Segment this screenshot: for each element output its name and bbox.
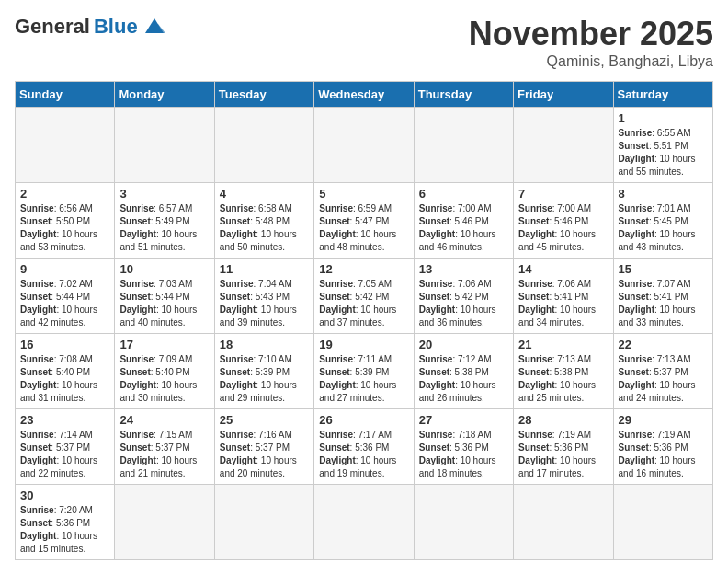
calendar-cell: 21Sunrise: 7:13 AMSunset: 5:38 PMDayligh… [514,334,613,409]
day-info-line: Sunset: 5:40 PM [119,366,209,379]
day-number: 15 [619,262,708,276]
calendar-cell [115,485,214,560]
day-info-line: and 31 minutes. [20,392,109,405]
day-number: 21 [518,338,608,351]
calendar-cell [214,108,313,183]
day-number: 30 [20,488,109,502]
day-info-line: Daylight: 10 hours [20,454,109,467]
day-info: Sunrise: 6:59 AMSunset: 5:47 PMDaylight:… [319,202,408,254]
day-info: Sunrise: 7:12 AMSunset: 5:38 PMDaylight:… [419,353,508,405]
day-info-line: and 37 minutes. [319,316,408,329]
day-number: 5 [319,187,408,201]
day-info-line: Daylight: 10 hours [518,304,608,316]
day-info-line: Sunrise: 7:01 AM [619,202,708,215]
day-number: 14 [518,262,608,276]
day-info: Sunrise: 7:09 AMSunset: 5:40 PMDaylight:… [119,353,209,405]
calendar-cell: 14Sunrise: 7:06 AMSunset: 5:41 PMDayligh… [514,259,613,334]
day-info-line: and 21 minutes. [119,467,209,480]
day-number: 29 [619,413,708,427]
day-number: 16 [20,338,109,351]
day-info-line: Sunset: 5:42 PM [419,291,508,304]
day-info-line: Daylight: 10 hours [119,454,209,467]
calendar-cell: 11Sunrise: 7:04 AMSunset: 5:43 PMDayligh… [214,259,313,334]
day-info-line: Daylight: 10 hours [419,454,508,467]
day-info-line: Sunset: 5:39 PM [220,366,309,379]
day-number: 25 [220,413,309,427]
day-info-line: Sunrise: 7:15 AM [119,429,209,442]
day-info-line: Sunset: 5:37 PM [119,442,209,454]
day-info-line: and 40 minutes. [119,316,209,329]
day-of-week-header: Tuesday [214,82,313,108]
day-info-line: Sunrise: 7:14 AM [20,429,109,442]
calendar-cell [414,108,513,183]
day-info-line: Sunset: 5:36 PM [619,442,708,454]
day-info: Sunrise: 7:17 AMSunset: 5:36 PMDaylight:… [319,429,408,480]
calendar-header-row: SundayMondayTuesdayWednesdayThursdayFrid… [16,82,713,108]
day-info-line: Daylight: 10 hours [119,379,209,392]
day-info-line: Sunrise: 7:13 AM [619,353,708,366]
day-info-line: Daylight: 10 hours [319,228,408,241]
day-info-line: Daylight: 10 hours [619,379,708,392]
day-info-line: Daylight: 10 hours [619,153,708,166]
calendar-cell: 17Sunrise: 7:09 AMSunset: 5:40 PMDayligh… [115,334,214,409]
day-info-line: Daylight: 10 hours [518,379,608,392]
day-number: 19 [319,338,408,351]
calendar-cell: 24Sunrise: 7:15 AMSunset: 5:37 PMDayligh… [115,409,214,485]
day-info-line: Daylight: 10 hours [20,228,109,241]
day-info-line: Sunrise: 6:58 AM [220,202,309,215]
day-info-line: Sunset: 5:41 PM [619,291,708,304]
day-info-line: and 48 minutes. [319,241,408,254]
day-number: 2 [20,187,109,201]
day-number: 9 [20,262,109,276]
day-info: Sunrise: 6:55 AMSunset: 5:51 PMDaylight:… [619,127,708,178]
logo-blue: Blue [94,15,138,39]
day-info-line: Daylight: 10 hours [419,379,508,392]
day-number: 3 [119,187,209,201]
day-number: 24 [119,413,209,427]
day-info-line: Sunrise: 6:59 AM [319,202,408,215]
day-info-line: Sunrise: 7:10 AM [220,353,309,366]
day-info-line: and 17 minutes. [518,467,608,480]
calendar-cell [115,108,214,183]
day-info: Sunrise: 7:06 AMSunset: 5:41 PMDaylight:… [518,278,608,329]
day-info-line: Sunrise: 7:17 AM [319,429,408,442]
logo: General Blue [15,15,167,39]
day-info-line: Daylight: 10 hours [220,379,309,392]
day-info-line: and 18 minutes. [419,467,508,480]
day-info: Sunrise: 7:19 AMSunset: 5:36 PMDaylight:… [518,429,608,480]
day-info: Sunrise: 7:20 AMSunset: 5:36 PMDaylight:… [20,504,109,556]
day-number: 17 [119,338,209,351]
calendar-week-row: 2Sunrise: 6:56 AMSunset: 5:50 PMDaylight… [16,183,713,259]
day-info-line: Sunset: 5:45 PM [619,215,708,228]
month-title: November 2025 [469,15,713,53]
day-info-line: Sunrise: 7:19 AM [518,429,608,442]
day-info-line: Sunrise: 7:02 AM [20,278,109,291]
calendar-cell: 23Sunrise: 7:14 AMSunset: 5:37 PMDayligh… [16,409,115,485]
day-info-line: Daylight: 10 hours [20,304,109,316]
calendar-cell: 8Sunrise: 7:01 AMSunset: 5:45 PMDaylight… [613,183,712,259]
day-info-line: and 51 minutes. [119,241,209,254]
day-info-line: Sunrise: 6:56 AM [20,202,109,215]
location: Qaminis, Banghazi, Libya [469,53,713,70]
logo-general: General [15,15,90,39]
day-info-line: Sunset: 5:46 PM [419,215,508,228]
day-info-line: Sunrise: 7:09 AM [119,353,209,366]
calendar-cell: 30Sunrise: 7:20 AMSunset: 5:36 PMDayligh… [16,485,115,560]
calendar-cell [514,108,613,183]
calendar-cell: 27Sunrise: 7:18 AMSunset: 5:36 PMDayligh… [414,409,513,485]
calendar-cell: 20Sunrise: 7:12 AMSunset: 5:38 PMDayligh… [414,334,513,409]
calendar-cell: 22Sunrise: 7:13 AMSunset: 5:37 PMDayligh… [613,334,712,409]
day-info-line: Sunrise: 7:07 AM [619,278,708,291]
day-info-line: Sunrise: 7:13 AM [518,353,608,366]
day-info-line: Sunset: 5:44 PM [119,291,209,304]
day-info-line: Sunrise: 7:11 AM [319,353,408,366]
day-info-line: Sunset: 5:37 PM [220,442,309,454]
day-info: Sunrise: 7:00 AMSunset: 5:46 PMDaylight:… [518,202,608,254]
calendar-week-row: 30Sunrise: 7:20 AMSunset: 5:36 PMDayligh… [16,485,713,560]
day-info: Sunrise: 7:06 AMSunset: 5:42 PMDaylight:… [419,278,508,329]
calendar-week-row: 9Sunrise: 7:02 AMSunset: 5:44 PMDaylight… [16,259,713,334]
day-info: Sunrise: 6:58 AMSunset: 5:48 PMDaylight:… [220,202,309,254]
calendar-cell: 16Sunrise: 7:08 AMSunset: 5:40 PMDayligh… [16,334,115,409]
day-info-line: Sunrise: 7:08 AM [20,353,109,366]
day-info-line: Sunset: 5:40 PM [20,366,109,379]
